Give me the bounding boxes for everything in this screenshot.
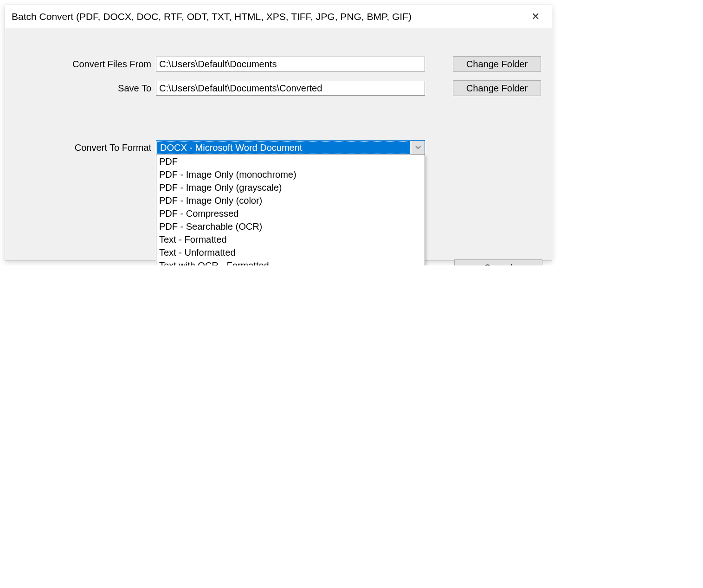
format-combo-wrap: DOCX - Microsoft Word Document PDFPDF - …: [156, 140, 425, 155]
footer-buttons: Cancel: [454, 259, 542, 265]
batch-convert-dialog: Batch Convert (PDF, DOCX, DOC, RTF, ODT,…: [5, 5, 552, 261]
chevron-down-icon: [411, 141, 425, 155]
format-row: Convert To Format DOCX - Microsoft Word …: [14, 140, 542, 155]
convert-from-label: Convert Files From: [14, 59, 156, 70]
format-combobox[interactable]: DOCX - Microsoft Word Document: [156, 140, 425, 155]
change-folder-to-button[interactable]: Change Folder: [453, 80, 541, 96]
change-folder-from-button[interactable]: Change Folder: [453, 56, 541, 72]
dialog-title: Batch Convert (PDF, DOCX, DOC, RTF, ODT,…: [12, 11, 412, 22]
format-option[interactable]: Text - Unformatted: [156, 246, 425, 259]
format-label: Convert To Format: [14, 142, 156, 153]
format-selected-text: DOCX - Microsoft Word Document: [157, 141, 410, 154]
close-button[interactable]: ✕: [527, 10, 544, 24]
convert-from-row: Convert Files From Change Folder: [14, 56, 542, 72]
save-to-row: Save To Change Folder: [14, 80, 542, 96]
save-to-input[interactable]: [156, 81, 425, 96]
format-option[interactable]: PDF - Image Only (color): [156, 194, 425, 207]
cancel-button[interactable]: Cancel: [454, 259, 542, 265]
format-option[interactable]: PDF - Searchable (OCR): [156, 220, 425, 233]
titlebar: Batch Convert (PDF, DOCX, DOC, RTF, ODT,…: [5, 5, 552, 28]
format-option[interactable]: Text with OCR - Formatted: [156, 259, 425, 265]
format-option[interactable]: PDF: [156, 155, 425, 168]
format-option[interactable]: PDF - Image Only (monochrome): [156, 168, 425, 181]
format-option[interactable]: PDF - Image Only (grayscale): [156, 181, 425, 194]
convert-from-input[interactable]: [156, 57, 425, 71]
save-to-label: Save To: [14, 83, 156, 94]
format-dropdown-list[interactable]: PDFPDF - Image Only (monochrome)PDF - Im…: [156, 155, 425, 265]
format-option[interactable]: Text - Formatted: [156, 233, 425, 246]
dialog-body: Convert Files From Change Folder Save To…: [5, 28, 552, 260]
format-option[interactable]: PDF - Compressed: [156, 207, 425, 220]
